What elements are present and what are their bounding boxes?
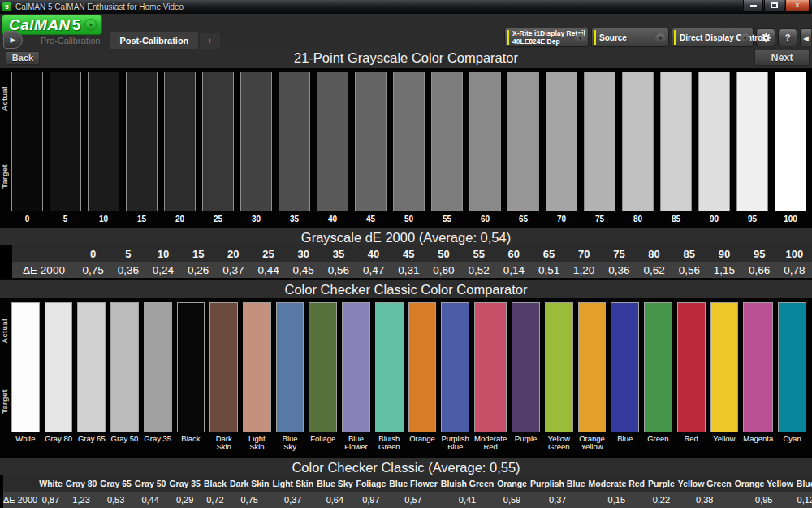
next-button[interactable]: Next [754,50,810,66]
colorchecker-patch: Gray 50 [110,302,139,458]
grayscale-col-header: 40 [356,245,391,262]
grayscale-bar: 10 [88,72,119,228]
grayscale-bar-swatch [775,72,806,211]
grayscale-bar: 25 [202,72,234,228]
grayscale-bar-label: 0 [11,211,43,225]
colorchecker-patch: Black [177,302,205,458]
grayscale-bar-swatch [660,72,692,211]
grayscale-col-header: 30 [286,245,321,262]
workflow-advance-button[interactable]: ▶ [3,31,23,49]
colorchecker-col-header: Blue Sky [315,475,354,492]
grayscale-bar: 20 [164,72,196,228]
colorchecker-de-value: 0,37 [270,492,315,508]
colorchecker-patch-label: Blue Sky [276,432,304,452]
colorchecker-col-header: Gray 50 [133,475,168,492]
colorchecker-patch-swatch [110,302,139,432]
grayscale-bar-swatch [317,72,348,211]
colorchecker-col-header: Purplish Blue [529,475,587,492]
meter-status-bar [507,30,509,45]
minimize-button[interactable] [743,0,763,12]
grayscale-bar-label: 65 [508,211,539,225]
colorchecker-col-header: Orange [495,475,529,492]
colorchecker-patch-label: Dark Skin [209,432,238,452]
meter-dropdown-line1: X-Rite i1Display Retail [512,29,575,37]
colorchecker-col-header: Gray 35 [167,475,202,492]
grayscale-bar: 45 [355,72,387,228]
colorchecker-value-row: ΔE 20000,871,230,530,440,290,720,750,370… [0,492,812,508]
colorchecker-de-value: 0,44 [133,492,168,508]
colorchecker-patch: Purplish Blue [441,302,469,458]
maximize-button[interactable] [764,0,784,12]
colorchecker-patch-swatch [11,302,40,432]
colorchecker-patch: Gray 80 [45,302,73,458]
colorchecker-patch: Foliage [309,302,337,458]
colorchecker-actual-axis-label: Actual [1,319,9,344]
meter-dropdown[interactable]: X-Rite i1Display Retail 40LE824E Dep ▼ [504,28,589,47]
app-icon: 5 [2,2,11,11]
grayscale-bar: 30 [240,72,272,228]
grayscale-de-value: 0,44 [251,262,286,279]
help-button[interactable]: ? [778,28,797,46]
colorchecker-de-value: 0,37 [529,492,587,508]
grayscale-col-header: 85 [672,245,706,262]
tab-add[interactable]: + [200,33,219,49]
grayscale-col-header: 70 [567,245,602,262]
colorchecker-patch: Blue Flower [342,302,370,458]
grayscale-bar: 75 [584,72,615,228]
colorchecker-patch-label: Cyan [778,432,806,443]
colorchecker-patch-label: Purple [512,432,540,443]
colorchecker-table-title: Color Checker Classic (Average: 0,55) [0,458,812,475]
colorchecker-patch: Yellow Green [545,302,573,458]
colorchecker-patch-label: White [11,432,40,443]
colorchecker-patch-label: Orange [408,432,437,443]
titlebar[interactable]: 5 CalMAN 5 CalMAN Enthusiast for Home Vi… [0,0,812,14]
grayscale-bar-swatch [736,72,768,211]
colorchecker-patch-swatch [45,302,73,432]
colorchecker-col-header: Yellow Green [676,475,733,492]
grayscale-bar-label: 70 [546,211,577,225]
colorchecker-de-value: 0,72 [202,492,228,508]
colorchecker-de-value: 0,29 [167,492,202,508]
colorchecker-de-value: 0,12 [795,492,812,508]
grayscale-bar: 40 [317,72,348,228]
colorchecker-patch-swatch [743,302,773,432]
colorchecker-patch-swatch [144,302,172,432]
grayscale-de-value: 0,14 [496,262,531,279]
grayscale-de-value: 0,60 [426,262,461,279]
grayscale-de-value: 0,52 [461,262,496,279]
colorchecker-target-axis-label: Target [1,389,9,414]
grayscale-bar-swatch [50,72,81,211]
colorchecker-col-header: White [37,475,64,492]
grayscale-col-header: 90 [706,245,741,262]
grayscale-col-header: 25 [251,245,286,262]
colorchecker-de-value: 0,15 [587,492,646,508]
display-control-dropdown[interactable]: Direct Display Control ▼ [672,28,754,47]
colorchecker-patches: WhiteGray 80Gray 65Gray 50Gray 35BlackDa… [11,302,806,458]
colorchecker-patch-swatch [375,302,404,432]
grayscale-bar: 0 [11,72,43,228]
grayscale-bar-swatch [698,72,730,211]
grayscale-de-value: 1,15 [706,262,741,279]
source-dropdown[interactable]: Source ▼ [591,28,669,47]
colorchecker-patch-swatch [578,302,607,432]
back-button[interactable]: Back [6,51,40,65]
tab-post-calibration[interactable]: Post-Calibration [110,32,198,49]
colorchecker-patch-swatch [677,302,706,432]
grayscale-bar: 100 [775,72,806,228]
grayscale-bar: 15 [126,72,158,228]
colorchecker-col-header: Gray 65 [98,475,133,492]
close-button[interactable]: × [785,0,810,12]
colorchecker-de-value: 1,23 [64,492,99,508]
grayscale-de-value: 0,51 [531,262,566,279]
grayscale-col-header: 5 [110,245,145,262]
colorchecker-patch: Blue Sky [276,302,304,458]
colorchecker-col-header: Moderate Red [587,475,646,492]
colorchecker-patch: Bluish Green [375,302,404,458]
grayscale-col-header: 95 [742,245,777,262]
colorchecker-patch: Orange Yellow [578,302,607,458]
collapse-panel-button[interactable]: ◀ [800,28,811,46]
colorchecker-de-value: 0,22 [646,492,676,508]
colorchecker-patch-swatch [209,302,238,432]
tab-pre-calibration[interactable]: Pre-Calibration [31,32,110,49]
grayscale-bar-label: 15 [126,211,158,225]
